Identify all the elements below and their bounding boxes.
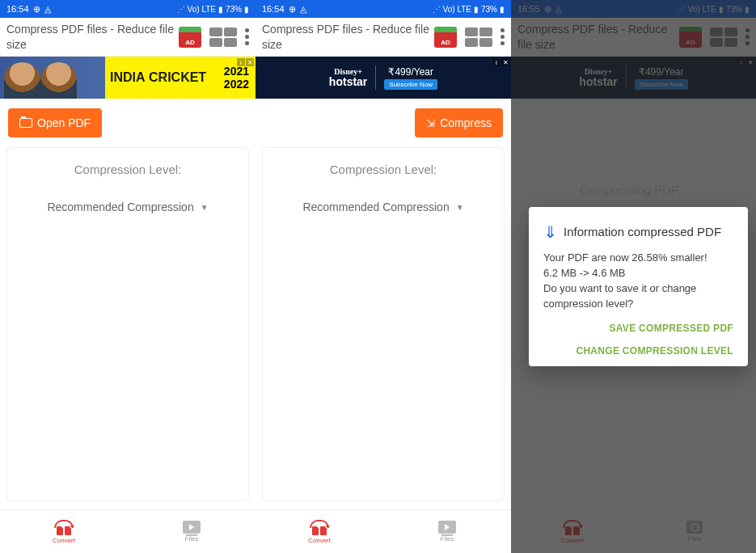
battery-label: 73% [481,5,497,14]
compression-select[interactable]: Recommended Compression ▼ [272,201,494,213]
compression-select[interactable]: Recommended Compression ▼ [17,201,239,213]
notif-icon: ⊕ [33,4,40,15]
ad-info-close[interactable]: i✕ [237,58,254,66]
convert-icon [310,520,329,535]
wifi-icon: ⋰ [177,5,185,14]
bottom-nav: Convert Files [0,509,256,553]
tab-convert[interactable]: Convert [256,510,383,553]
dialog-title: Information compressed PDF [564,225,721,239]
files-play-icon [183,521,201,534]
app-title: Compress PDF files - Reduce file size [262,22,434,51]
tab-files[interactable]: Files [128,510,256,553]
screen-1-open-pdf: 16:54 ⊕ ◬ ⋰ Vo) LTE ▮ 73% ▮ Compress PDF… [0,0,256,553]
compression-panel: Compression Level: Recommended Compressi… [262,147,505,501]
ad-badge-icon[interactable] [434,27,457,48]
grid-view-icon[interactable] [465,27,492,47]
subscribe-button[interactable]: Subscribe Now [384,79,437,90]
notif-icon-2: ◬ [44,4,51,15]
banner-ad-cricket[interactable]: INDIA CRICKET 20212022 i✕ [0,57,256,99]
bottom-nav: Convert Files [256,509,511,553]
folder-icon [19,118,32,128]
files-play-icon [438,521,456,534]
compression-panel: Compression Level: Recommended Compressi… [6,147,249,501]
convert-icon [54,520,74,535]
screen-3-dialog: 16:55 ⊕ ◬ ⋰ Vo) LTE ▮ 73% ▮ Compress PDF… [511,0,756,553]
grid-view-icon[interactable] [209,27,237,47]
app-bar: Compress PDF files - Reduce file size [0,18,256,57]
caret-down-icon: ▼ [456,203,464,212]
notif-icon-2: ◬ [300,4,306,15]
battery-icon: ▮ [500,5,505,14]
hotstar-logo: Disney+ hotstar [329,68,367,87]
compress-button[interactable]: ⇲ Compress [415,108,503,137]
panel-title: Compression Level: [272,163,494,176]
banner-ad-hotstar[interactable]: Disney+ hotstar ₹499/Year Subscribe Now … [256,57,511,99]
caret-down-icon: ▼ [201,203,209,212]
signal-icon: ▮ [474,5,479,14]
compress-result-icon: ⇙ [538,220,562,243]
wifi-icon: ⋰ [433,5,441,14]
menu-dots-icon[interactable] [245,28,249,45]
compress-icon: ⇲ [426,117,435,129]
battery-label: 73% [226,5,242,14]
open-pdf-button[interactable]: Open PDF [8,108,102,137]
status-time: 16:54 [6,4,29,14]
change-level-button[interactable]: CHANGE COMPRESSION LEVEL [576,345,733,357]
save-compressed-button[interactable]: SAVE COMPRESSED PDF [609,323,733,334]
battery-icon: ▮ [244,5,249,14]
panel-title: Compression Level: [17,163,239,176]
result-dialog: ⇙ Information compressed PDF Your PDF ar… [529,207,748,366]
app-title: Compress PDF files - Reduce file size [6,22,179,51]
tab-files[interactable]: Files [383,510,511,553]
status-bar: 16:54 ⊕ ◬ ⋰ Vo) LTE ▮ 73% ▮ [256,0,511,18]
tab-convert[interactable]: Convert [0,510,128,553]
ad-badge-icon[interactable] [179,27,201,48]
ad-info-close[interactable]: i✕ [492,58,509,66]
dialog-body: Your PDF are now 26.58% smaller! 6.2 MB … [543,251,733,311]
network-label: Vo) LTE [443,5,471,14]
signal-icon: ▮ [218,5,223,14]
app-bar: Compress PDF files - Reduce file size [256,18,511,57]
status-time: 16:54 [262,4,285,14]
notif-icon: ⊕ [289,4,296,15]
menu-dots-icon[interactable] [500,28,505,45]
network-label: Vo) LTE [188,5,216,14]
status-bar: 16:54 ⊕ ◬ ⋰ Vo) LTE ▮ 73% ▮ [0,0,256,18]
screen-2-compress: 16:54 ⊕ ◬ ⋰ Vo) LTE ▮ 73% ▮ Compress PDF… [256,0,511,553]
